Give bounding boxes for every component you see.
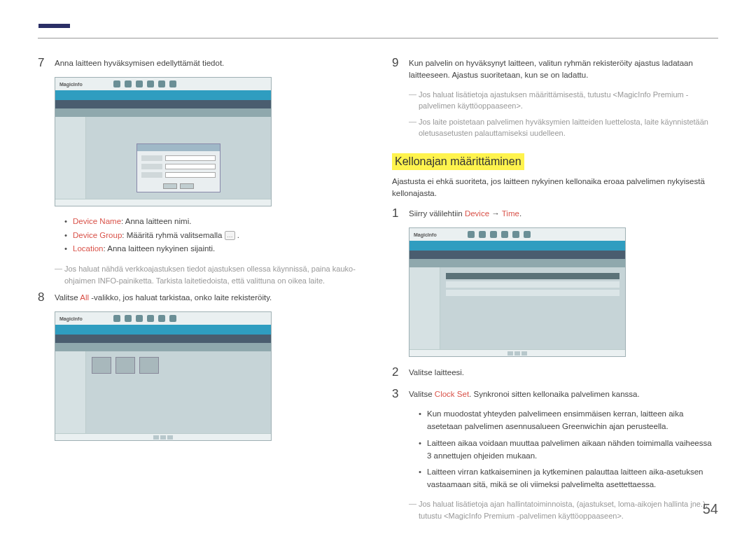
- arrow: →: [489, 209, 502, 218]
- section-intro: Ajastusta ei ehkä suoriteta, jos laittee…: [392, 176, 718, 200]
- screenshot-main: [440, 267, 625, 349]
- step-8: 8 Valitse All -valikko, jos haluat tarki…: [38, 290, 364, 304]
- dialog-header: [137, 144, 220, 151]
- bullet-power-cycle: Laitteen virran katkaiseminen ja kytkemi…: [419, 466, 718, 491]
- text: : Anna laitteen nimi.: [121, 217, 191, 225]
- screenshot-logo: MagicInfo: [59, 316, 83, 321]
- toolbar-icon: [158, 80, 165, 87]
- screenshot-titlebar: MagicInfo: [55, 312, 271, 325]
- toolbar-icon: [125, 315, 132, 322]
- screenshot-body: [55, 117, 271, 199]
- screenshot-nav: [55, 325, 271, 335]
- screenshot-all-devices: MagicInfo: [55, 311, 272, 441]
- screenshot-nav: [410, 241, 625, 251]
- page-number: 54: [703, 501, 718, 517]
- step-1: 1 Siirry välilehtiin Device → Time.: [392, 206, 718, 220]
- screenshot-device-approval: MagicInfo: [55, 77, 272, 206]
- screenshot-toolbar: [113, 315, 176, 322]
- toolbar-icon: [169, 80, 176, 87]
- left-column: 7 Anna laitteen hyväksymisen edellyttämä…: [38, 56, 364, 526]
- toolbar-icon: [136, 315, 143, 322]
- screenshot-toolbar: [113, 80, 176, 87]
- text: .: [519, 209, 522, 218]
- step-text: Siirry välilehtiin Device → Time.: [409, 206, 522, 220]
- keyword: Device: [465, 209, 489, 218]
- toolbar-icon: [147, 315, 154, 322]
- keyword: Clock Set: [435, 390, 469, 398]
- note-schedule-config: Jos haluat lisätietoja ajastuksen määrit…: [409, 89, 718, 112]
- bullet-device-group: Device Group: Määritä ryhmä valitsemalla…: [64, 229, 364, 243]
- field-bullets: Device Name: Anna laitteen nimi. Device …: [64, 215, 364, 256]
- step-number: 2: [392, 365, 409, 379]
- text: -valikko, jos haluat tarkistaa, onko lai…: [89, 293, 272, 302]
- step-number: 9: [392, 56, 409, 70]
- top-rule: [38, 38, 718, 38]
- step-text: Valitse Clock Set. Synkronoi sitten kell…: [409, 387, 640, 400]
- step-9: 9 Kun palvelin on hyväksynyt laitteen, v…: [392, 56, 718, 82]
- toolbar-icon: [512, 231, 519, 238]
- bullet-device-name: Device Name: Anna laitteen nimi.: [64, 215, 364, 229]
- note-info-button: Jos haluat nähdä verkkoajastuksen tiedot…: [55, 263, 364, 286]
- step-number: 7: [38, 56, 55, 70]
- screenshot-body: [410, 267, 625, 349]
- keyword: Location: [73, 244, 103, 253]
- step-2: 2 Valitse laitteesi.: [392, 365, 718, 379]
- step-7: 7 Anna laitteen hyväksymisen edellyttämä…: [38, 56, 364, 70]
- screenshot-subnav2: [410, 259, 625, 267]
- device-thumb: [115, 357, 135, 374]
- screenshot-subnav: [55, 100, 271, 108]
- toolbar-icon: [479, 231, 486, 238]
- keyword: All: [80, 293, 89, 302]
- bullet-change-time: Laitteen aikaa voidaan muuttaa palvelime…: [419, 437, 718, 463]
- screenshot-sidebar: [55, 351, 86, 433]
- screenshot-sidebar: [410, 267, 440, 349]
- toolbar-icon: [501, 231, 508, 238]
- toolbar-icon: [468, 231, 475, 238]
- screenshot-sidebar: [55, 117, 86, 199]
- step-text: Kun palvelin on hyväksynyt laitteen, val…: [409, 56, 718, 82]
- toolbar-icon: [490, 231, 497, 238]
- screenshot-titlebar: MagicInfo: [410, 228, 625, 241]
- screenshot-subnav2: [55, 343, 271, 351]
- section-heading-time: Kellonajan määrittäminen: [392, 153, 524, 170]
- right-column: 9 Kun palvelin on hyväksynyt laitteen, v…: [392, 56, 718, 526]
- time-bullets: Kun muodostat yhteyden palvelimeen ensim…: [419, 408, 718, 491]
- toolbar-icon: [524, 231, 531, 238]
- step-number: 1: [392, 206, 409, 220]
- device-thumbs: [86, 351, 271, 379]
- toolbar-icon: [136, 80, 143, 87]
- text: .: [235, 231, 239, 239]
- keyword: Device Name: [73, 217, 121, 225]
- screenshot-main: [86, 351, 271, 433]
- toolbar-icon: [169, 315, 176, 322]
- screenshot-footer: [55, 433, 271, 440]
- screenshot-subnav: [410, 251, 625, 259]
- keyword: Time: [502, 209, 519, 218]
- note-time-management: Jos haluat lisätietoja ajan hallintatoim…: [409, 498, 718, 521]
- text: : Anna laitteen nykyinen sijainti.: [103, 244, 215, 253]
- text: Siirry välilehtiin: [409, 209, 465, 218]
- dialog-body: [137, 151, 220, 193]
- approval-dialog: [136, 143, 220, 192]
- step-3: 3 Valitse Clock Set. Synkronoi sitten ke…: [392, 387, 718, 401]
- screenshot-body: [55, 351, 271, 433]
- bullet-location: Location: Anna laitteen nykyinen sijaint…: [64, 242, 364, 256]
- screenshot-logo: MagicInfo: [414, 232, 437, 237]
- screenshot-nav: [55, 90, 271, 100]
- toolbar-icon: [147, 80, 154, 87]
- step-number: 3: [392, 387, 409, 401]
- content-columns: 7 Anna laitteen hyväksymisen edellyttämä…: [38, 56, 718, 526]
- bullet-first-connect: Kun muodostat yhteyden palvelimeen ensim…: [419, 408, 718, 433]
- step-text: Valitse laitteesi.: [409, 365, 464, 379]
- device-thumb: [92, 357, 111, 374]
- step-text: Anna laitteen hyväksymisen edellyttämät …: [55, 56, 224, 69]
- text: Valitse: [409, 390, 435, 398]
- screenshot-subnav2: [55, 108, 271, 117]
- step-text: Valitse All -valikko, jos haluat tarkist…: [55, 290, 272, 304]
- note-device-removed: Jos laite poistetaan palvelimen hyväksym…: [409, 116, 718, 139]
- screenshot-subnav: [55, 335, 271, 343]
- screenshot-main: [86, 117, 271, 199]
- screenshot-device-time: MagicInfo: [409, 227, 626, 357]
- page-indicator: [38, 24, 70, 28]
- toolbar-icon: [113, 315, 120, 322]
